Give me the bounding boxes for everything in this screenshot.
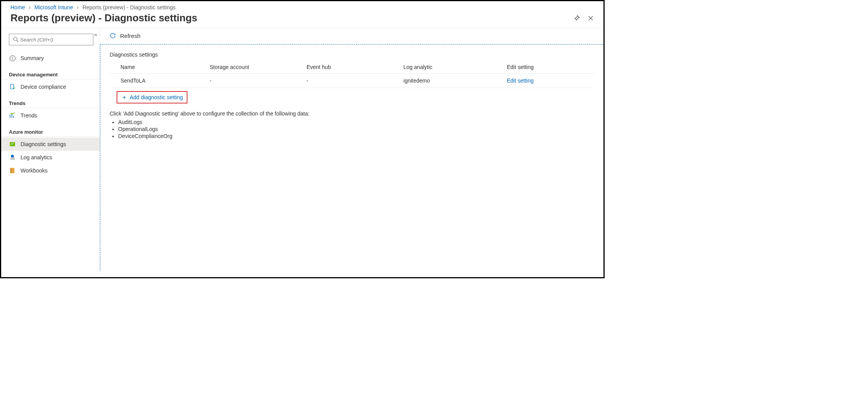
device-icon — [9, 83, 16, 90]
help-list-item: DeviceComplianceOrg — [118, 133, 594, 139]
sidebar-item-label: Trends — [21, 112, 37, 119]
svg-rect-5 — [12, 159, 13, 160]
sidebar-item-log-analytics[interactable]: Log analytics — [1, 151, 100, 164]
svg-rect-8 — [10, 168, 11, 173]
chevron-right-icon: › — [26, 4, 33, 10]
help-list-item: OperationalLogs — [118, 126, 594, 132]
sidebar-section-trends: Trends — [1, 97, 100, 108]
search-icon — [12, 36, 19, 43]
sidebar-section-azure-monitor: Azure monitor — [1, 125, 100, 137]
help-text: Click 'Add Diagnostic setting' above to … — [110, 110, 594, 117]
col-editsetting: Edit setting — [504, 61, 594, 74]
svg-point-0 — [14, 37, 17, 41]
svg-rect-6 — [14, 158, 14, 160]
sidebar-item-summary[interactable]: i Summary — [1, 52, 100, 65]
search-input-wrapper[interactable] — [9, 34, 93, 45]
cell-storage: - — [206, 74, 303, 88]
refresh-label: Refresh — [120, 33, 141, 39]
col-eventhub: Event hub — [303, 61, 400, 74]
cell-loganalytic: ignitedemo — [400, 74, 504, 88]
refresh-icon — [109, 32, 116, 39]
breadcrumb-home[interactable]: Home — [10, 4, 25, 10]
sidebar-item-label: Workbooks — [21, 167, 48, 174]
cell-name: SendToLA — [110, 74, 206, 88]
search-input[interactable] — [19, 36, 90, 43]
help-text-block: Click 'Add Diagnostic setting' above to … — [110, 110, 594, 139]
trends-icon — [9, 112, 16, 119]
breadcrumb: Home › Microsoft Intune › Reports (previ… — [1, 1, 603, 12]
add-diagnostic-setting-button[interactable]: ＋ Add diagnostic setting — [117, 91, 187, 103]
sidebar-item-trends[interactable]: Trends — [1, 109, 100, 122]
diagnostics-settings-label: Diagnostics settings — [110, 52, 594, 58]
edit-setting-link[interactable]: Edit setting — [507, 78, 533, 84]
main-pane: Refresh Diagnostics settings Name Storag… — [100, 28, 603, 273]
sidebar-section-device-management: Device management — [1, 68, 100, 79]
sidebar-item-label: Diagnostic settings — [21, 141, 66, 147]
page-title: Reports (preview) - Diagnostic settings — [10, 12, 573, 24]
workbooks-icon — [9, 167, 16, 174]
col-storage: Storage account — [206, 61, 303, 74]
sidebar-item-label: Log analytics — [21, 154, 52, 160]
pin-icon[interactable] — [573, 15, 580, 22]
diagnostics-table: Name Storage account Event hub Log analy… — [110, 61, 594, 88]
breadcrumb-current: Reports (preview) - Diagnostic settings — [83, 4, 175, 10]
breadcrumb-intune[interactable]: Microsoft Intune — [34, 4, 73, 10]
sidebar-item-label: Summary — [21, 55, 44, 61]
info-icon: i — [9, 55, 16, 62]
sidebar-item-device-compliance[interactable]: Device compliance — [1, 80, 100, 93]
col-name: Name — [110, 61, 206, 74]
add-diagnostic-setting-label: Add diagnostic setting — [130, 94, 183, 100]
cell-eventhub: - — [303, 74, 400, 88]
refresh-button[interactable]: Refresh — [109, 32, 141, 39]
sidebar: « i Summary Device management Device com… — [1, 28, 100, 273]
sidebar-item-label: Device compliance — [21, 84, 66, 90]
col-loganalytic: Log analytic — [400, 61, 504, 74]
plus-icon: ＋ — [121, 94, 127, 100]
chevron-right-icon: › — [74, 4, 81, 10]
loganalytics-icon — [9, 154, 16, 161]
table-row: SendToLA - - ignitedemo Edit setting — [110, 74, 594, 88]
sidebar-item-workbooks[interactable]: Workbooks — [1, 164, 100, 177]
diag-icon — [9, 141, 16, 148]
close-icon[interactable] — [587, 15, 594, 22]
svg-point-3 — [11, 155, 14, 158]
svg-rect-4 — [11, 158, 12, 160]
help-list-item: AuditLogs — [118, 119, 594, 125]
collapse-sidebar-icon[interactable]: « — [94, 31, 97, 38]
sidebar-item-diagnostic-settings[interactable]: Diagnostic settings — [1, 138, 100, 151]
